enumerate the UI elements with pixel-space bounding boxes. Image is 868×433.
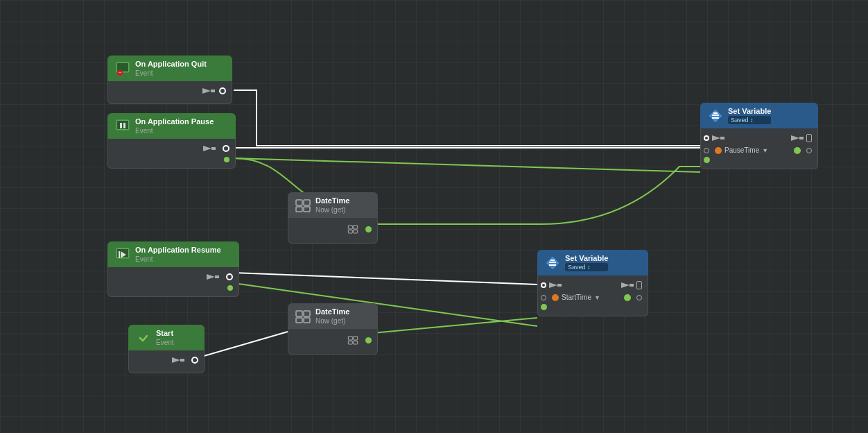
svg-marker-10 xyxy=(203,146,211,151)
svg-rect-34 xyxy=(354,337,358,340)
svg-rect-31 xyxy=(296,318,302,323)
svg-marker-16 xyxy=(207,274,215,280)
svg-marker-19 xyxy=(172,357,180,363)
svg-rect-28 xyxy=(354,230,358,234)
var-name-pause: PauseTime xyxy=(724,146,759,154)
datetime-icon-1 xyxy=(295,197,311,214)
var-type-icon-pause: ▼ xyxy=(762,147,768,154)
exec-arrow-start-icon xyxy=(172,356,184,364)
svg-rect-48 xyxy=(550,260,555,261)
exec-dot-start xyxy=(191,357,198,364)
datetime-now-2-subtitle: Now (get) xyxy=(315,317,349,325)
svg-rect-47 xyxy=(549,264,556,266)
svg-rect-20 xyxy=(180,359,184,362)
set-var-start-body: StartTime ▼ xyxy=(537,275,648,316)
var-green-dot-start xyxy=(624,294,631,301)
var-row-start: StartTime ▼ xyxy=(544,292,642,303)
on-app-resume-title: On Application Resume xyxy=(135,246,221,255)
exec-in-dot-start xyxy=(541,282,546,288)
var-type-icon-start: ▼ xyxy=(594,294,600,301)
svg-rect-52 xyxy=(630,284,634,287)
resume-icon xyxy=(114,246,131,263)
svg-rect-36 xyxy=(354,341,358,345)
datetime-now-2-title: DateTime xyxy=(315,307,349,316)
var-name-start: StartTime xyxy=(562,294,591,301)
datetime-now-1-subtitle: Now (get) xyxy=(315,206,349,214)
svg-rect-40 xyxy=(713,112,718,114)
set-var-start-node: Set Variable Saved ↕ xyxy=(537,250,648,316)
green-dot-resume xyxy=(227,285,233,291)
svg-point-18 xyxy=(137,331,150,345)
exec-dot-resume xyxy=(226,273,233,280)
exec-dot-quit xyxy=(219,87,226,94)
datetime-now-1-node: DateTime Now (get) xyxy=(288,192,378,244)
var-out-dot-start xyxy=(636,295,642,300)
svg-rect-39 xyxy=(712,117,719,119)
quit-icon: − xyxy=(114,60,131,77)
svg-rect-26 xyxy=(354,226,358,229)
svg-marker-49 xyxy=(549,282,557,288)
exec-in-arrow-start xyxy=(549,281,562,289)
set-var-start-saved: Saved ↕ xyxy=(565,263,608,271)
set-var-pause-header: Set Variable Saved ↕ xyxy=(700,103,818,128)
var-row-pause: PauseTime ▼ xyxy=(706,145,812,155)
svg-text:−: − xyxy=(119,70,121,75)
svg-rect-50 xyxy=(557,284,562,287)
start-header: Start Event xyxy=(128,325,205,350)
datetime-now-2-node: DateTime Now (get) xyxy=(288,303,378,355)
on-app-resume-body xyxy=(107,267,239,297)
svg-rect-29 xyxy=(296,311,302,316)
set-var-start-header: Set Variable Saved ↕ xyxy=(537,250,648,275)
exec-out-arrow-start xyxy=(621,281,634,289)
svg-rect-42 xyxy=(720,137,724,139)
set-var-pause-title: Set Variable xyxy=(728,107,771,116)
svg-rect-5 xyxy=(211,90,215,92)
set-var-pause-saved: Saved ↕ xyxy=(728,116,771,124)
svg-rect-33 xyxy=(348,337,352,340)
on-app-quit-node: − On Application Quit Event xyxy=(107,56,232,104)
exec-in-dot-pause xyxy=(704,135,709,141)
datetime-now-1-header: DateTime Now (get) xyxy=(288,192,378,218)
green-dot-pause xyxy=(224,157,229,162)
var-in-dot-start xyxy=(541,295,546,300)
svg-rect-25 xyxy=(348,226,352,229)
var-in-dot-pause xyxy=(704,148,709,153)
svg-marker-4 xyxy=(202,88,211,94)
datetime-table-icon-1 xyxy=(347,223,358,235)
exec-out-arrow-pause xyxy=(791,134,804,142)
var-bottom-green-start xyxy=(541,304,547,310)
datetime-now-1-body xyxy=(288,218,378,244)
datetime-icon-2 xyxy=(295,308,311,325)
on-app-resume-node: On Application Resume Event xyxy=(107,241,239,297)
on-app-resume-subtitle: Event xyxy=(135,255,221,263)
svg-marker-41 xyxy=(712,135,720,141)
svg-rect-11 xyxy=(211,147,216,150)
exec-arrow-pause-icon xyxy=(203,144,216,153)
exec-dot-pause xyxy=(223,145,229,152)
start-node: Start Event xyxy=(128,325,205,373)
pause-icon xyxy=(114,118,131,135)
start-title: Start xyxy=(156,329,174,338)
svg-marker-51 xyxy=(621,282,630,288)
svg-rect-27 xyxy=(348,230,352,234)
exec-arrow-icon xyxy=(202,87,215,95)
var-out-dot-pause xyxy=(806,148,812,153)
svg-rect-21 xyxy=(296,200,302,205)
datetime-out-dot-1 xyxy=(365,226,372,232)
exec-out-pin-pause xyxy=(806,134,812,142)
set-var-pause-node: Set Variable Saved ↕ xyxy=(700,103,818,169)
var-bottom-green-pause xyxy=(704,157,710,163)
svg-rect-38 xyxy=(712,114,719,116)
start-body xyxy=(128,350,205,373)
on-app-pause-header: On Application Pause Event xyxy=(107,113,236,139)
on-app-quit-title: On Application Quit xyxy=(135,60,207,69)
datetime-table-icon-2 xyxy=(347,334,358,346)
svg-rect-22 xyxy=(304,200,310,205)
svg-rect-24 xyxy=(304,207,310,212)
svg-rect-8 xyxy=(120,123,122,128)
svg-marker-43 xyxy=(791,135,799,141)
set-var-start-title: Set Variable xyxy=(565,254,608,263)
datetime-out-dot-2 xyxy=(365,337,372,343)
exec-arrow-resume-icon xyxy=(207,273,219,281)
svg-rect-9 xyxy=(123,123,125,128)
